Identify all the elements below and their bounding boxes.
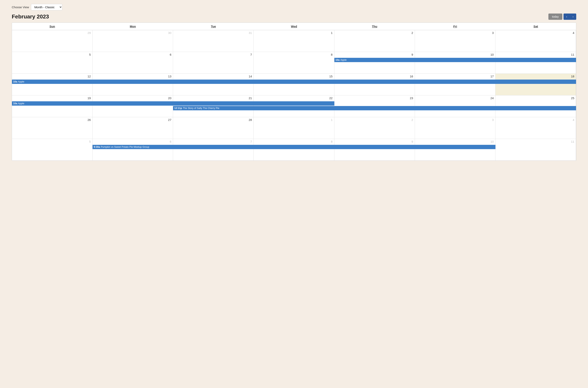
week-row-0: 2930311234 [12,30,576,52]
next-button[interactable]: › [570,14,576,20]
day-header-thu: Thu [334,23,415,30]
day-cell-w0-d5[interactable]: 3 [415,30,495,52]
day-number: 20 [93,96,173,100]
day-cell-w5-d0[interactable]: 5 [12,139,93,161]
day-cell-w2-d0[interactable]: 12 [12,74,93,95]
event-strip-w3-e0[interactable]: 10aApple [12,101,334,106]
day-number: 28 [173,117,253,122]
day-number: 4 [495,117,576,122]
event-title: Pumpkin vs Sweet Potato Pie Meetup Group [101,146,149,148]
event-strip-w1-e0[interactable]: 10aApple [334,58,576,62]
day-cell-w0-d6[interactable]: 4 [495,30,576,52]
day-cell-w2-d5[interactable]: 17 [415,74,495,95]
day-number: 30 [93,30,173,35]
day-cell-w2-d1[interactable]: 13 [93,74,173,95]
day-number: 23 [334,96,415,100]
event-title: The Story of Sally The Cherry Pie [183,107,219,110]
day-header-tue: Tue [173,23,254,30]
day-cell-w1-d0[interactable]: 5 [12,52,93,73]
week-row-4: 2627281234 [12,117,576,139]
day-cell-w1-d5[interactable]: 10 [415,52,495,73]
prev-button[interactable]: ‹ [564,14,570,20]
event-time: 12:11p [174,107,182,110]
day-number: 1 [254,117,334,122]
day-number: 2 [334,30,415,35]
day-number: 6 [93,52,173,57]
day-cell-w1-d1[interactable]: 6 [93,52,173,73]
day-number: 31 [173,30,253,35]
day-cell-w1-d4[interactable]: 9 [334,52,415,73]
nav-controls: today ‹ › [548,14,576,20]
day-cell-w0-d3[interactable]: 1 [254,30,334,52]
view-select[interactable]: Month - Classic Week Day Agenda [31,4,62,10]
day-number: 3 [415,30,495,35]
day-number: 2 [334,117,415,122]
month-title: February 2023 [12,14,548,20]
day-cell-w2-d3[interactable]: 15 [254,74,334,95]
day-number: 25 [495,96,576,100]
day-number: 9 [334,139,415,144]
day-cell-w0-d2[interactable]: 31 [173,30,254,52]
event-strip-w5-e0[interactable]: 9:30aPumpkin vs Sweet Potato Pie Meetup … [93,145,495,149]
day-number: 10 [415,52,495,57]
day-cell-w4-d5[interactable]: 3 [415,117,495,139]
day-cell-w4-d4[interactable]: 2 [334,117,415,139]
day-cell-w5-d2[interactable]: 7 [173,139,254,161]
day-cell-w4-d3[interactable]: 1 [254,117,334,139]
day-cell-w5-d6[interactable]: 11 [495,139,576,161]
week-row-3: 1920212223242510aApple12:11pThe Story of… [12,96,576,117]
event-strip-w2-e0[interactable]: 10aApple [12,80,576,84]
event-time: 10a [13,80,17,83]
day-cell-w0-d0[interactable]: 29 [12,30,93,52]
day-header-mon: Mon [93,23,173,30]
day-cell-w4-d6[interactable]: 4 [495,117,576,139]
calendar: Sun Mon Tue Wed Thu Fri Sat 293031123456… [12,23,576,161]
week-row-5: 5678910119:30aPumpkin vs Sweet Potato Pi… [12,139,576,161]
day-number: 14 [173,74,253,78]
day-cell-w2-d4[interactable]: 16 [334,74,415,95]
day-cell-w5-d5[interactable]: 10 [415,139,495,161]
header-row: February 2023 today ‹ › [12,14,576,20]
day-number: 13 [93,74,173,78]
day-cell-w3-d0[interactable]: 19 [12,96,93,117]
calendar-header: Sun Mon Tue Wed Thu Fri Sat [12,23,576,30]
day-number: 27 [93,117,173,122]
today-button[interactable]: today [548,14,562,20]
day-number: 21 [173,96,253,100]
day-cell-w1-d2[interactable]: 7 [173,52,254,73]
day-cell-w0-d4[interactable]: 2 [334,30,415,52]
event-time: 9:30a [94,146,100,148]
day-number: 7 [173,139,253,144]
day-cell-w5-d4[interactable]: 9 [334,139,415,161]
day-cell-w1-d3[interactable]: 8 [254,52,334,73]
day-number: 11 [495,52,576,57]
event-strip-w3-e1[interactable]: 12:11pThe Story of Sally The Cherry Pie [173,106,576,110]
day-number: 5 [12,139,92,144]
week-row-2: 1213141516171810aApple [12,74,576,96]
day-number: 29 [12,30,92,35]
day-cell-w0-d1[interactable]: 30 [93,30,173,52]
day-header-fri: Fri [415,23,495,30]
day-number: 10 [415,139,495,144]
day-cell-w3-d1[interactable]: 20 [93,96,173,117]
day-number: 8 [254,139,334,144]
day-header-sun: Sun [12,23,93,30]
day-number: 22 [254,96,334,100]
day-cell-w4-d2[interactable]: 28 [173,117,254,139]
day-cell-w4-d0[interactable]: 26 [12,117,93,139]
nav-button-group: ‹ › [564,14,576,20]
day-cell-w5-d3[interactable]: 8 [254,139,334,161]
week-row-1: 56789101110aApple [12,52,576,74]
calendar-body: 293031123456789101110aApple1213141516171… [12,30,576,161]
day-cell-w4-d1[interactable]: 27 [93,117,173,139]
day-cell-w1-d6[interactable]: 11 [495,52,576,73]
day-number: 24 [415,96,495,100]
day-cell-w2-d6[interactable]: 18 [495,74,576,95]
day-number: 6 [93,139,173,144]
day-header-sat: Sat [495,23,576,30]
day-cell-w2-d2[interactable]: 14 [173,74,254,95]
day-cell-w5-d1[interactable]: 6 [93,139,173,161]
event-time: 10a [336,59,340,61]
event-time: 10a [13,102,17,105]
day-number: 5 [12,52,92,57]
